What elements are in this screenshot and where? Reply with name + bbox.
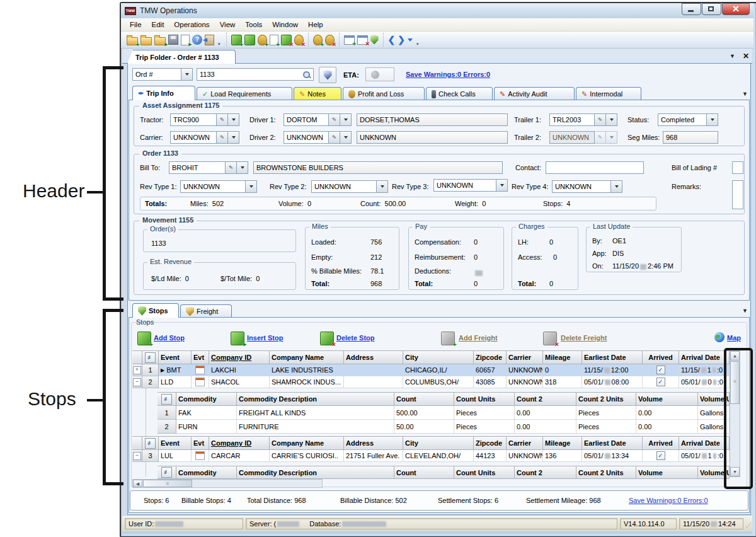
tab-profit-and-loss[interactable]: Profit and Loss (343, 87, 425, 100)
exit-icon[interactable] (205, 35, 214, 45)
col-arrival-date[interactable]: Arrival Date (679, 350, 730, 364)
col-address[interactable]: Address (344, 350, 403, 364)
col-arrived[interactable]: Arrived (643, 350, 679, 364)
rev-type-1-combo[interactable]: UNKNOWN (180, 180, 257, 193)
arrived-checkbox[interactable] (656, 378, 665, 386)
resize-grip-icon[interactable]: ⋰ (746, 522, 752, 528)
grid-filter-icon[interactable] (161, 394, 172, 405)
menu-file[interactable]: File (125, 20, 147, 30)
rev-type-4-combo[interactable]: UNKNOWN (552, 180, 622, 193)
add-stop-button[interactable]: Add Stop (154, 334, 185, 342)
stops-strip-dropdown-icon[interactable]: ▼ (742, 308, 748, 314)
arrived-checkbox[interactable] (656, 366, 665, 374)
detach-window-icon[interactable] (357, 35, 368, 45)
trailer1-combo[interactable]: TRL2003 ✎ (549, 113, 617, 126)
order-number-input[interactable]: 1133 (197, 68, 314, 81)
driver2-dropdown-icon[interactable] (340, 131, 352, 144)
assign-driver-icon[interactable] (313, 35, 323, 45)
bill-to-card-icon[interactable]: ✎ (226, 161, 237, 174)
arrived-checkbox[interactable] (656, 451, 665, 460)
menu-view[interactable]: View (215, 20, 241, 30)
menu-operations[interactable]: Operations (169, 20, 214, 30)
trailer2-combo[interactable]: UNKNOWN ✎ (549, 131, 617, 144)
toolbar-overflow-icon-2[interactable]: ▾ (415, 42, 420, 47)
col-company-name[interactable]: Company Name (270, 350, 344, 364)
tab-strip-dropdown-icon[interactable]: ▼ (742, 91, 748, 97)
col-commodity[interactable]: Commodity (176, 392, 237, 406)
add-trip-icon[interactable] (231, 35, 242, 45)
trailer1-card-icon[interactable]: ✎ (595, 113, 606, 126)
stop-row[interactable]: 1 ▶BMT LAKCHI LAKE INDUSTRIES CHICAGO,IL… (132, 364, 730, 376)
driver2-card-icon[interactable]: ✎ (329, 131, 340, 144)
menu-help[interactable]: Help (303, 20, 328, 30)
tractor-card-icon[interactable]: ✎ (217, 113, 228, 126)
search-icon[interactable] (302, 71, 311, 79)
delete-stop-icon[interactable] (320, 332, 334, 345)
tab-freight[interactable]: Freight (180, 304, 232, 318)
export-document-icon[interactable] (181, 35, 190, 45)
help-icon[interactable] (192, 35, 202, 45)
event-calendar-icon[interactable] (195, 366, 205, 374)
collapse-row-icon[interactable] (133, 452, 141, 460)
rev-type-3-dropdown-icon[interactable] (496, 179, 508, 192)
col-count2-units[interactable]: Count 2 Units (576, 392, 636, 406)
shield-button[interactable] (319, 67, 336, 83)
col-count-units[interactable]: Count Units (454, 392, 515, 406)
menu-edit[interactable]: Edit (147, 20, 169, 30)
rev-type-4-dropdown-icon[interactable] (611, 180, 622, 193)
insert-stop-icon[interactable] (231, 332, 244, 345)
tab-notes[interactable]: ✎ Notes (294, 87, 341, 100)
trailer1-dropdown-icon[interactable] (606, 113, 617, 126)
doc-strip-close-icon[interactable]: ✕ (743, 52, 749, 61)
expand-row-icon[interactable] (133, 366, 141, 374)
rev-type-1-dropdown-icon[interactable] (246, 180, 257, 193)
close-button[interactable] (722, 3, 750, 15)
horizontal-scrollbar[interactable]: ◀ ≡ (132, 479, 323, 488)
col-carrier[interactable]: Carrier (507, 350, 543, 364)
col-city[interactable]: City (403, 350, 474, 364)
bill-to-combo[interactable]: BROHIT ✎ (169, 161, 248, 174)
horizontal-scroll-thumb[interactable]: ≡ (143, 480, 192, 487)
doc-strip-dropdown-icon[interactable]: ▼ (730, 53, 735, 59)
nav-dropdown-icon[interactable] (408, 38, 413, 42)
col-event[interactable]: Event (159, 350, 192, 364)
delete-trip-icon[interactable] (281, 35, 292, 45)
status-dropdown-icon[interactable] (707, 113, 718, 126)
tab-stops[interactable]: Stops (132, 303, 179, 318)
col-earliest-date[interactable]: Earliest Date (582, 350, 643, 364)
tab-load-requirements[interactable]: ✓ Load Requirements (197, 87, 292, 100)
col-volume[interactable]: Volume (636, 392, 698, 406)
toolbar-overflow-icon[interactable]: ▾ (217, 42, 222, 47)
col-count2[interactable]: Count 2 (515, 392, 576, 406)
rev-type-2-dropdown-icon[interactable] (377, 180, 388, 193)
contact-input[interactable] (546, 161, 644, 174)
bill-to-dropdown-icon[interactable] (237, 161, 248, 174)
insert-stop-button[interactable]: Insert Stop (247, 334, 283, 342)
event-calendar-icon[interactable] (195, 451, 205, 460)
event-calendar-icon[interactable] (195, 378, 205, 386)
add-document-icon[interactable] (270, 35, 278, 45)
tab-activity-audit[interactable]: ✎ Activity Audit (494, 87, 575, 100)
attach-window-icon[interactable] (344, 35, 355, 45)
carrier-combo[interactable]: UNKNOWN ✎ (170, 131, 239, 144)
col-company-id[interactable]: Company ID (209, 350, 270, 364)
commodity-row[interactable]: 2 FURN FURNITURE 50.00 Pieces 0.00 Piece… (158, 420, 730, 434)
verify-shield-icon[interactable] (370, 35, 379, 45)
minimize-button[interactable] (682, 3, 701, 15)
scroll-left-icon[interactable]: ◀ (133, 480, 142, 487)
remarks-input[interactable] (732, 180, 743, 209)
tab-intermodal[interactable]: ✎ Intermodal (576, 87, 641, 100)
driver2-combo[interactable]: UNKNOWN ✎ (284, 131, 352, 144)
grid-filter-icon[interactable] (161, 467, 172, 478)
map-icon[interactable] (714, 332, 724, 342)
stop-row[interactable]: 3 LUL CARCAR CARRIE'S CURIOSI.. 21751 Fu… (132, 450, 730, 462)
maximize-button[interactable] (702, 3, 721, 15)
open-folder-icon[interactable] (140, 37, 152, 45)
driver1-dropdown-icon[interactable] (340, 113, 352, 126)
map-button[interactable]: Map (727, 334, 741, 342)
save-warnings-link[interactable]: Save Warnings:0 Errors:0 (406, 71, 490, 78)
delete-stop-button[interactable]: Delete Stop (336, 334, 375, 342)
carrier-dropdown-icon[interactable] (228, 131, 239, 144)
doc-tab-trip-folder[interactable]: Trip Folder - Order # 1133 (127, 50, 236, 64)
tractor-combo[interactable]: TRC900 ✎ (170, 113, 239, 126)
